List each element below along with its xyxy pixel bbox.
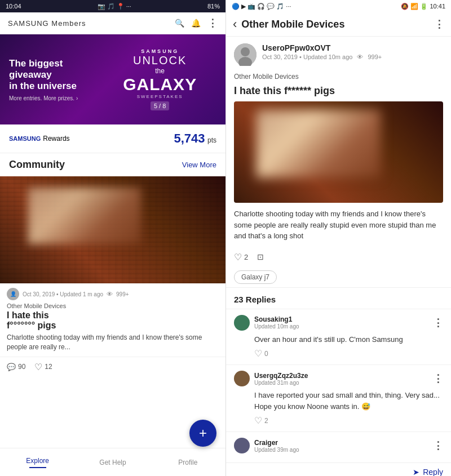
- reply-header-2: UsergqZqz2u3ze Updated 31m ago: [234, 371, 443, 386]
- reply-more-3[interactable]: [433, 439, 443, 452]
- reply-username-3: Craiger: [254, 439, 299, 447]
- right-panel: 🔵 ▶ 📺 🎧 💬 🎵 ··· 🔕 📶 🔋 10:41 Other Mobile…: [226, 0, 451, 476]
- card-meta: 👤 Oct 30, 2019 • Updated 1 m ago 999+: [7, 288, 219, 300]
- reply-user-info-1: Sousaking1 Updated 10m ago: [234, 315, 299, 331]
- reply-header-1: Sousaking1 Updated 10m ago: [234, 315, 443, 331]
- post-image: [234, 101, 443, 203]
- post-actions: 2: [226, 247, 451, 267]
- reply-item-2: UsergqZqz2u3ze Updated 31m ago I have re…: [226, 364, 451, 431]
- nav-explore[interactable]: Explore: [0, 457, 75, 468]
- reply-user-info-2: UsergqZqz2u3ze Updated 31m ago: [234, 371, 308, 386]
- hero-line3: in the universe: [9, 81, 103, 92]
- community-title: Community: [9, 159, 65, 171]
- rewards-text: Rewards: [43, 135, 69, 143]
- bell-icon[interactable]: [191, 18, 201, 28]
- back-button[interactable]: [233, 17, 237, 32]
- reply-user-info-3: Craiger Updated 39m ago: [234, 438, 299, 453]
- reply-button-label: Reply: [423, 468, 443, 476]
- hero-right: SAMSUNG UNLOCK the GALAXY SWEEPSTAKES 5 …: [103, 48, 216, 110]
- nav-profile[interactable]: Profile: [151, 459, 226, 466]
- hero-line1: The biggest: [9, 58, 103, 69]
- nav-icons: [175, 17, 218, 29]
- post-views: 999+: [368, 54, 382, 60]
- card-category: Other Mobile Devices: [7, 302, 219, 309]
- card-stat-likes: 12: [34, 362, 52, 372]
- rewards-pts: pts: [207, 136, 216, 144]
- explore-label: Explore: [26, 457, 49, 465]
- reply-button[interactable]: Reply: [413, 468, 443, 476]
- reply-username-2: UsergqZqz2u3ze: [254, 372, 308, 380]
- status-bar-right: 🔵 ▶ 📺 🎧 💬 🎵 ··· 🔕 📶 🔋 10:41: [226, 0, 451, 12]
- reply-avatar-3: [234, 438, 250, 453]
- reply-timestamp-3: Updated 39m ago: [254, 447, 299, 453]
- rewards-bar[interactable]: SAMSUNG Rewards 5,743 pts: [0, 124, 226, 153]
- post-timestamp: Oct 30, 2019 • Updated 10m ago 999+: [262, 54, 443, 60]
- bookmark-button[interactable]: [257, 252, 264, 261]
- post-likes: 2: [244, 253, 248, 261]
- hero-more-entries[interactable]: More entries. More prizes. ›: [9, 95, 103, 101]
- community-header: Community View More: [0, 153, 226, 176]
- reply-item: Sousaking1 Updated 10m ago Over an hour …: [226, 309, 451, 365]
- eye-icon: [357, 54, 363, 60]
- card-title: I hate this f°°°°°°° pigs: [7, 310, 219, 331]
- galaxy-tag[interactable]: Galaxy j7: [234, 270, 277, 284]
- like-button[interactable]: 2: [234, 252, 248, 263]
- hero-brand: SAMSUNG: [103, 48, 216, 54]
- card-footer: 90 12: [0, 357, 226, 377]
- hero-line2: giveaway: [9, 69, 103, 81]
- reply-more-1[interactable]: [433, 317, 443, 329]
- view-more-link[interactable]: View More: [182, 161, 216, 169]
- reply-user-meta-3: Craiger Updated 39m ago: [254, 439, 299, 453]
- reply-likes-2: 2: [264, 417, 268, 425]
- status-battery-left: 81%: [207, 3, 220, 10]
- card-meta-date: Oct 30, 2019 • Updated 1 m ago: [23, 291, 103, 297]
- post-body: Charlotte shooting today with my friends…: [226, 203, 451, 247]
- reply-body-2: I have reported your sad small and thin,…: [254, 390, 443, 412]
- hero-counter: 5 / 8: [151, 101, 169, 110]
- status-icons-right: 🔵 ▶ 📺 🎧 💬 🎵 ···: [232, 3, 291, 10]
- bookmark-icon: [257, 252, 264, 261]
- rewards-label: SAMSUNG Rewards: [9, 135, 70, 143]
- right-content: UseroPFpw0xOVT Oct 30, 2019 • Updated 10…: [226, 37, 451, 476]
- reply-avatar-1: [234, 315, 250, 331]
- hero-banner[interactable]: The biggest giveaway in the universe Mor…: [0, 34, 226, 124]
- get-help-label: Get Help: [99, 459, 126, 466]
- like-count: 12: [45, 363, 52, 371]
- reply-heart-1[interactable]: [254, 348, 262, 359]
- fab-button[interactable]: +: [189, 420, 216, 447]
- rewards-points: 5,743: [174, 131, 205, 145]
- card-views: 999+: [116, 291, 129, 297]
- rewards-brand: SAMSUNG: [9, 135, 41, 142]
- reply-user-meta-1: Sousaking1 Updated 10m ago: [254, 315, 299, 330]
- hero-text: The biggest giveaway in the universe Mor…: [9, 58, 103, 101]
- reply-more-2[interactable]: [433, 372, 443, 385]
- right-nav-title: Other Mobile Devices: [241, 19, 434, 30]
- left-panel: 10:04 📷 🎵 📍 ··· 81% SAMSUNG Members The …: [0, 0, 226, 476]
- comment-icon: [7, 363, 16, 371]
- top-nav-left: SAMSUNG Members: [0, 12, 226, 34]
- card-description: Charlotte shooting today with my friends…: [7, 333, 219, 352]
- reply-actions-2: 2: [254, 415, 443, 426]
- reply-header-3: Craiger Updated 39m ago: [234, 438, 443, 453]
- reply-body-1: Over an hour and it's still up. C'mon Sa…: [254, 334, 443, 345]
- reply-heart-2[interactable]: [254, 415, 262, 426]
- reply-timestamp-2: Updated 31m ago: [254, 380, 308, 386]
- reply-user-meta-2: UsergqZqz2u3ze Updated 31m ago: [254, 372, 308, 386]
- replies-header: 23 Replies: [226, 287, 451, 309]
- right-more-icon[interactable]: [434, 18, 444, 30]
- reply-bar: Reply: [226, 462, 451, 476]
- reply-likes-1: 0: [264, 350, 268, 358]
- nav-get-help[interactable]: Get Help: [75, 459, 150, 466]
- status-icons-left: 📷 🎵 📍 ···: [98, 3, 131, 10]
- more-icon[interactable]: [207, 17, 218, 29]
- comment-count: 90: [18, 363, 25, 371]
- reply-actions-1: 0: [254, 348, 443, 359]
- status-bar-left: 10:04 📷 🎵 📍 ··· 81%: [0, 0, 226, 12]
- post-username: UseroPFpw0xOVT: [262, 43, 443, 52]
- fab-icon: +: [199, 425, 207, 441]
- like-heart-icon: [234, 252, 242, 263]
- reply-timestamp-1: Updated 10m ago: [254, 323, 299, 330]
- card-image: [0, 176, 226, 283]
- right-top-nav: Other Mobile Devices: [226, 12, 451, 37]
- search-icon[interactable]: [175, 18, 184, 28]
